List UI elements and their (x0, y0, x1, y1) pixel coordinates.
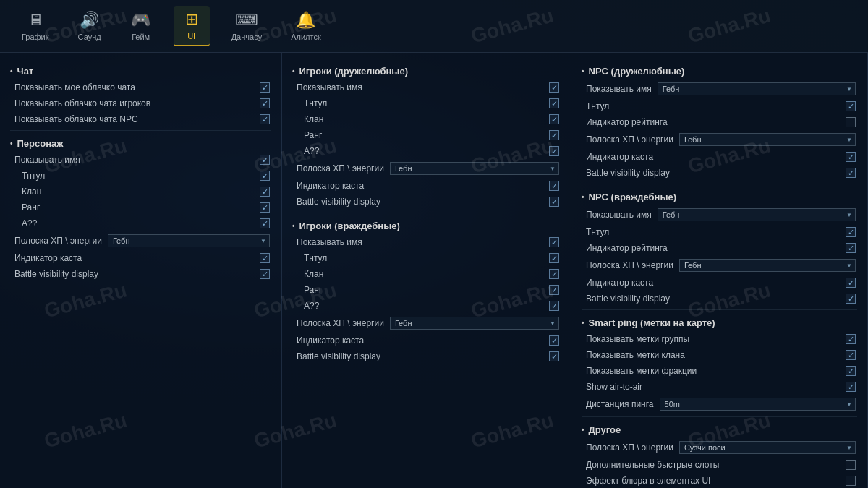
tab-alerts[interactable]: 🔔 Алилтск (284, 7, 328, 46)
divider-5 (582, 416, 857, 417)
other-slots-checkbox[interactable] (846, 460, 856, 470)
tab-sound[interactable]: 🔊 Саунд (71, 7, 109, 46)
npcf-show-name-select-wrapper: Гебн (658, 82, 856, 95)
char-hp-select[interactable]: Гебн (108, 234, 270, 247)
other-hp-select[interactable]: Сузчи поси (679, 441, 856, 454)
tab-graphics-label: График (22, 33, 49, 41)
char-cast-row: Индикатор каста (0, 250, 281, 266)
sp-group-checkbox[interactable] (846, 334, 856, 344)
smart-ping-label: Smart ping (метки на карте) (589, 317, 715, 328)
char-battle-label: Battle visibility display (14, 269, 98, 279)
char-rank-checkbox[interactable] (260, 202, 270, 213)
smart-ping-header: • Smart ping (метки на карте) (571, 313, 867, 331)
pf-clan-checkbox[interactable] (549, 114, 559, 124)
show-npc-chat-row: Показывать облачко чата NPC (0, 111, 281, 127)
chat-section-label: Чат (17, 66, 34, 77)
sp-clan-checkbox[interactable] (846, 350, 856, 360)
char-battle-checkbox[interactable] (260, 269, 270, 279)
npcf-battle-label: Battle visibility display (586, 168, 670, 178)
pf-clan-label: Клан (304, 114, 323, 124)
npch-show-name-label: Показывать имя (586, 210, 652, 220)
tab-shortcuts[interactable]: ⌨ Данчасу (224, 7, 270, 46)
ph-title-checkbox[interactable] (549, 253, 559, 263)
sp-air-checkbox[interactable] (846, 382, 856, 392)
show-npc-chat-checkbox[interactable] (260, 114, 270, 124)
pf-cast-label: Индикатор каста (297, 181, 364, 191)
npcf-hp-select[interactable]: Гебн (679, 133, 856, 146)
sp-distance-select[interactable]: 50m (660, 398, 856, 411)
ph-hp-select[interactable]: Гебн (390, 317, 559, 330)
npcf-cast-checkbox[interactable] (846, 152, 856, 162)
ph-cast-checkbox[interactable] (549, 335, 559, 346)
ph-rank-label: Ранг (304, 285, 322, 295)
sp-air-label: Show air-to-air (586, 382, 642, 392)
char-hp-row: Полоска ХП \ энергии Гебн (0, 231, 281, 250)
pf-show-name-row: Показывать имя (282, 80, 571, 95)
other-blur-row: Эффект блюра в элементах UI (571, 473, 867, 488)
show-npc-chat-label: Показывать облачко чата NPC (14, 114, 138, 124)
char-aqq-checkbox[interactable] (260, 218, 270, 228)
npcf-title-label: Тнтул (586, 101, 609, 111)
ph-show-name-checkbox[interactable] (549, 237, 559, 247)
sp-clan-label: Показывать метки клана (586, 350, 685, 360)
divider-3 (582, 184, 857, 184)
char-show-name-checkbox[interactable] (260, 155, 270, 165)
ph-title-row: Тнтул (282, 250, 571, 266)
tab-alerts-label: Алилтск (291, 33, 321, 41)
npch-hp-select-wrapper: Гебн (679, 259, 856, 272)
pf-cast-checkbox[interactable] (549, 181, 559, 191)
char-show-name-label: Показывать имя (14, 155, 80, 165)
pf-battle-checkbox[interactable] (549, 197, 559, 207)
sp-faction-checkbox[interactable] (846, 366, 856, 376)
ph-aqq-label: А?? (304, 301, 319, 311)
npch-rating-row: Индикатор рейтинга (571, 240, 867, 256)
pf-rank-checkbox[interactable] (549, 130, 559, 140)
tab-graphics[interactable]: 🖥 График (14, 7, 56, 46)
pf-hp-select[interactable]: Гебн (390, 162, 559, 175)
pf-cast-row: Индикатор каста (282, 178, 571, 194)
character-section-label: Персонаж (17, 138, 64, 149)
npcf-show-name-select[interactable]: Гебн (658, 82, 856, 95)
npcf-battle-checkbox[interactable] (846, 168, 856, 178)
ph-rank-row: Ранг (282, 282, 571, 298)
ph-clan-checkbox[interactable] (549, 269, 559, 279)
pf-show-name-checkbox[interactable] (549, 82, 559, 93)
char-clan-row: Клан (0, 184, 281, 200)
show-my-chat-checkbox[interactable] (260, 82, 270, 93)
npch-hp-select[interactable]: Гебн (679, 259, 856, 272)
show-player-chat-checkbox[interactable] (260, 98, 270, 108)
tab-ui[interactable]: ⊞ UI (174, 6, 210, 46)
npch-battle-checkbox[interactable] (846, 294, 856, 304)
npcf-show-name-label: Показывать имя (586, 84, 652, 94)
ph-battle-checkbox[interactable] (549, 351, 559, 361)
npch-title-row: Тнтул (571, 224, 867, 240)
npcf-rating-checkbox[interactable] (846, 117, 856, 127)
other-hp-label: Полоска ХП \ энергии (586, 442, 673, 453)
npch-cast-row: Индикатор каста (571, 275, 867, 291)
players-friendly-label: Игроки (дружелюбные) (299, 66, 409, 77)
pf-aqq-checkbox[interactable] (549, 146, 559, 156)
ph-hp-select-wrapper: Гебн (390, 317, 559, 330)
pf-aqq-row: А?? (282, 143, 571, 159)
npch-rating-checkbox[interactable] (846, 243, 856, 253)
npc-hostile-label: NPC (враждебные) (589, 192, 677, 202)
char-cast-checkbox[interactable] (260, 253, 270, 263)
tab-ui-label: UI (187, 32, 195, 40)
char-hp-label: Полоска ХП \ энергии (14, 236, 102, 246)
char-clan-checkbox[interactable] (260, 187, 270, 197)
ph-rank-checkbox[interactable] (549, 285, 559, 295)
npch-title-checkbox[interactable] (846, 227, 856, 237)
pf-title-checkbox[interactable] (549, 98, 559, 108)
other-blur-checkbox[interactable] (846, 476, 856, 486)
npcf-title-checkbox[interactable] (846, 101, 856, 111)
npch-show-name-row: Показывать имя Гебн (571, 205, 867, 224)
npch-cast-checkbox[interactable] (846, 278, 856, 288)
npch-show-name-select[interactable]: Гебн (658, 208, 856, 221)
sp-group-label: Показывать метки группы (586, 334, 689, 344)
ui-icon: ⊞ (185, 10, 198, 29)
ph-aqq-checkbox[interactable] (549, 301, 559, 311)
tab-game[interactable]: 🎮 Гейм (123, 7, 159, 46)
char-title-checkbox[interactable] (260, 171, 270, 181)
npcf-rating-label: Индикатор рейтинга (586, 117, 668, 127)
sound-icon: 🔊 (80, 11, 99, 30)
